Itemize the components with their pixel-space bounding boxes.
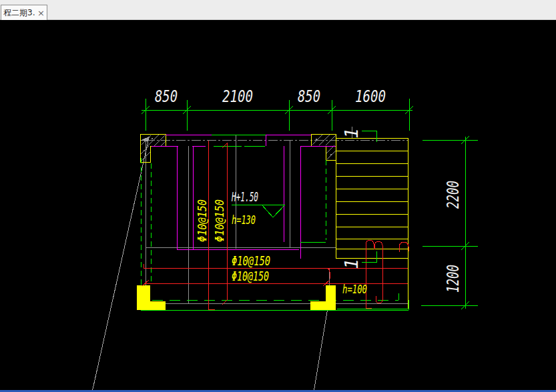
- dimension-top: 850 2100 850 1600: [142, 87, 413, 131]
- corner-column-hatch-topleft: [140, 134, 166, 162]
- construction-lines: [146, 127, 408, 303]
- dimension-right: 2200 1200: [421, 136, 478, 309]
- dim-top-1600: 1600: [355, 87, 386, 106]
- dim-right-1200: 1200: [443, 265, 463, 293]
- dim-top-2100: 2100: [222, 87, 253, 106]
- section-number-top: 1: [342, 128, 362, 139]
- tab-close-icon[interactable]: ×: [37, 9, 45, 17]
- depth-pit-label: h=100: [342, 282, 367, 296]
- cad-viewport[interactable]: 850 2100 850 1600 2200 1200: [0, 20, 556, 392]
- elevation-label: H+1.50: [231, 189, 258, 204]
- cad-application-window: 程二期3… × 850 2100 850 1600: [0, 0, 556, 392]
- corner-column-hatch-topright: [311, 134, 336, 160]
- drawing-tab-title: 程二期3…: [3, 7, 35, 19]
- section-mark-bottom: 1: [342, 251, 376, 269]
- structure-green-lines: [141, 135, 408, 310]
- rebar-wall-label-a: Φ10@150: [195, 199, 209, 242]
- dim-top-850a: 850: [155, 87, 178, 106]
- rebar-and-section-lines: [142, 141, 408, 309]
- drawing-tab[interactable]: 程二期3… ×: [1, 5, 47, 20]
- section-number-bottom: 1: [342, 259, 362, 269]
- dim-top-850b: 850: [298, 87, 320, 106]
- rebar-slab-label-a: Φ10@150: [232, 253, 270, 268]
- rebar-wall-label-b: Φ10@150: [212, 199, 226, 242]
- dim-right-2200: 2200: [443, 181, 463, 209]
- leader-lines: [92, 136, 329, 392]
- depth-main-label: h=130: [232, 213, 256, 227]
- drawing-tab-bar: 程二期3… ×: [0, 0, 556, 20]
- corner-fill-bottomleft: [137, 285, 166, 310]
- corner-fill-bottomright: [310, 285, 336, 310]
- rebar-slab-label-b: Φ10@150: [232, 269, 269, 283]
